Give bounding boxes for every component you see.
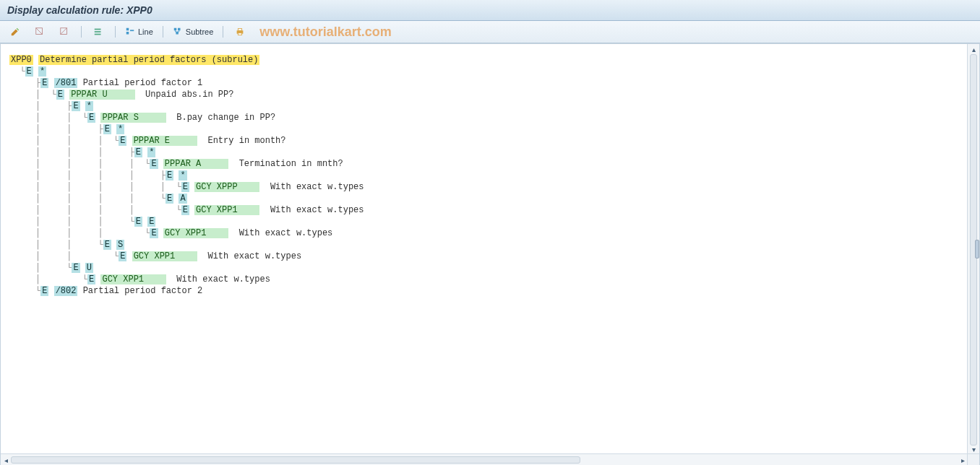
tree-code[interactable]: E xyxy=(147,217,155,227)
tree-desc: Entry in month? xyxy=(207,136,285,146)
separator xyxy=(163,26,163,38)
svg-rect-7 xyxy=(130,30,134,31)
edit-button[interactable] xyxy=(4,24,26,40)
tree-tag[interactable]: E xyxy=(72,101,79,111)
tree-tag[interactable]: E xyxy=(119,251,126,261)
tree-root-code[interactable]: XPP0 xyxy=(9,55,33,65)
watermark: www.tutorialkart.com xyxy=(259,25,391,40)
tree-tag[interactable]: E xyxy=(181,205,189,215)
tree-desc: Partial period factor 1 xyxy=(83,78,203,88)
separator xyxy=(115,26,116,38)
tree-tag[interactable]: E xyxy=(119,136,126,146)
tree-tag[interactable]: E xyxy=(40,78,48,88)
tree-code[interactable]: * xyxy=(147,147,155,157)
page-title: Display calculation rule: XPP0 xyxy=(0,0,980,21)
tree-tag[interactable]: E xyxy=(103,124,111,134)
tree-code[interactable]: * xyxy=(179,170,186,181)
rule-tree[interactable]: XPP0 Determine partial period factors (s… xyxy=(1,44,979,297)
tree-tag[interactable]: E xyxy=(103,240,111,250)
collapse-button[interactable] xyxy=(53,24,75,40)
tree-desc: With exact w.types xyxy=(176,274,270,284)
separator xyxy=(223,26,223,38)
tree-tag[interactable]: E xyxy=(181,182,189,192)
tree-operation[interactable]: GCY XPPP xyxy=(194,182,259,192)
tree-operation[interactable]: GCY XPP1 xyxy=(100,274,166,284)
tree-code[interactable]: * xyxy=(116,124,124,134)
tree-code[interactable]: S xyxy=(116,240,124,250)
tree-desc: With exact w.types xyxy=(207,251,301,261)
svg-rect-5 xyxy=(126,28,129,31)
scroll-down-icon[interactable]: ▾ xyxy=(968,444,979,454)
svg-rect-12 xyxy=(238,29,242,31)
tree-operation[interactable]: GCY XPP1 xyxy=(163,228,228,238)
tree-root-desc: Determine partial period factors (subrul… xyxy=(38,55,259,65)
vertical-scrollbar[interactable]: ▴ ▾ xyxy=(967,44,979,454)
tree-desc: With exact w.types xyxy=(239,228,333,238)
line-icon xyxy=(125,27,135,37)
collapse-icon xyxy=(59,27,69,37)
tree-code[interactable]: * xyxy=(38,66,46,77)
subtree-button[interactable]: Subtree xyxy=(169,24,218,40)
expand-button[interactable] xyxy=(29,24,51,40)
subtree-label: Subtree xyxy=(186,27,214,36)
print-icon xyxy=(235,27,245,37)
tree-operation[interactable]: PPPAR E xyxy=(132,136,197,146)
tree-code[interactable]: /802 xyxy=(54,286,78,296)
tree-tag[interactable]: E xyxy=(150,228,158,238)
svg-rect-2 xyxy=(95,29,101,30)
svg-rect-8 xyxy=(174,28,177,31)
tree-tag[interactable]: E xyxy=(166,170,173,181)
toolbar: Line Subtree www.tutorialkart.com xyxy=(0,21,980,43)
tree-desc: B.pay change in PP? xyxy=(176,113,275,123)
tree-code[interactable]: U xyxy=(85,263,93,273)
scroll-grip[interactable] xyxy=(975,240,979,258)
tree-tag[interactable]: E xyxy=(87,113,95,123)
tree-code[interactable]: A xyxy=(179,194,186,204)
where-used-button[interactable] xyxy=(87,24,109,40)
tree-tag[interactable]: E xyxy=(56,90,64,100)
scroll-up-icon[interactable]: ▴ xyxy=(968,44,979,54)
tree-operation[interactable]: PPPAR U xyxy=(69,90,134,100)
svg-rect-6 xyxy=(126,32,129,35)
svg-rect-9 xyxy=(178,28,181,31)
svg-rect-4 xyxy=(95,34,101,35)
tree-tag[interactable]: E xyxy=(150,159,158,169)
tree-desc: Termination in mnth? xyxy=(239,159,343,169)
tree-tag[interactable]: E xyxy=(25,66,33,77)
tree-code[interactable]: * xyxy=(85,101,93,111)
tree-operation[interactable]: GCY XPP1 xyxy=(132,251,197,261)
print-button[interactable] xyxy=(229,24,251,40)
scroll-left-icon[interactable]: ◂ xyxy=(1,455,11,465)
tree-desc: With exact w.types xyxy=(270,182,364,192)
scroll-track[interactable] xyxy=(11,455,958,465)
list-icon xyxy=(93,27,103,37)
tree-operation[interactable]: GCY XPP1 xyxy=(194,205,259,215)
tree-tag[interactable]: E xyxy=(87,274,95,284)
scroll-thumb[interactable] xyxy=(11,456,580,464)
content-area: XPP0 Determine partial period factors (s… xyxy=(0,43,980,465)
scroll-track[interactable] xyxy=(968,54,979,444)
pencil-icon xyxy=(10,27,20,37)
scroll-right-icon[interactable]: ▸ xyxy=(958,455,968,465)
tree-operation[interactable]: PPPAR S xyxy=(100,113,166,123)
separator xyxy=(81,26,82,38)
horizontal-scrollbar[interactable]: ◂ ▸ xyxy=(1,453,968,465)
tree-tag[interactable]: E xyxy=(166,194,173,204)
tree-tag[interactable]: E xyxy=(134,217,142,227)
line-label: Line xyxy=(138,27,153,36)
svg-rect-3 xyxy=(95,31,101,32)
tree-desc: Partial period factor 2 xyxy=(83,286,203,296)
tree-operation[interactable]: PPPAR A xyxy=(163,159,228,169)
tree-desc: Unpaid abs.in PP? xyxy=(145,90,233,100)
svg-rect-13 xyxy=(238,33,242,35)
tree-tag[interactable]: E xyxy=(72,263,79,273)
line-button[interactable]: Line xyxy=(121,24,157,40)
expand-icon xyxy=(35,27,45,37)
tree-tag[interactable]: E xyxy=(134,147,142,157)
tree-code[interactable]: /801 xyxy=(54,78,78,88)
subtree-icon xyxy=(173,27,183,37)
scroll-corner xyxy=(967,453,979,465)
tree-desc: With exact w.types xyxy=(270,205,364,215)
svg-rect-10 xyxy=(176,32,179,35)
tree-tag[interactable]: E xyxy=(40,286,48,296)
